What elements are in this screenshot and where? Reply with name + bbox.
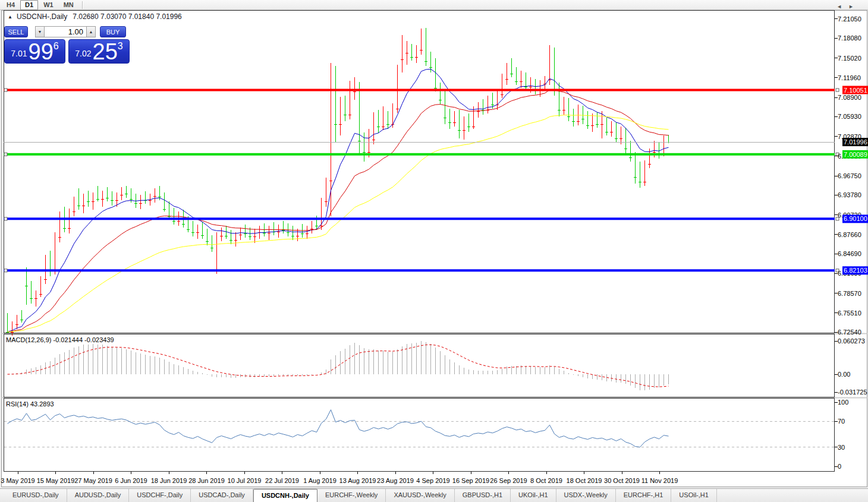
- buy-price-display[interactable]: 7.02 25 3: [68, 39, 130, 64]
- svg-text:27 May 2019: 27 May 2019: [74, 477, 112, 484]
- tab-scroll-right-icon[interactable]: ►: [848, 4, 854, 10]
- volume-stepper: ▼ 1.00 ▲: [35, 26, 96, 37]
- volume-decrease-icon[interactable]: ▼: [35, 26, 45, 37]
- chart-ohlc-values: 7.02680 7.03070 7.01840 7.01996: [73, 12, 182, 21]
- svg-text:13 Aug 2019: 13 Aug 2019: [339, 477, 376, 484]
- sell-button[interactable]: SELL: [4, 26, 28, 37]
- svg-text:6.96750: 6.96750: [838, 172, 861, 179]
- svg-text:0: 0: [838, 463, 841, 470]
- svg-text:7.15020: 7.15020: [838, 55, 861, 62]
- timeframe-d1-button[interactable]: D1: [20, 0, 38, 10]
- svg-text:100: 100: [838, 399, 848, 406]
- collapse-panel-icon[interactable]: ▲: [8, 14, 12, 20]
- svg-text:7.05930: 7.05930: [838, 113, 861, 120]
- svg-text:16 Sep 2019: 16 Sep 2019: [452, 477, 489, 484]
- chart-tab-ukoil-h1[interactable]: UKOil-,H1: [511, 489, 556, 502]
- svg-text:6.75510: 6.75510: [838, 310, 861, 317]
- svg-text:8 Oct 2019: 8 Oct 2019: [530, 477, 562, 484]
- volume-input[interactable]: 1.00: [45, 26, 86, 37]
- svg-text:6.90100: 6.90100: [844, 215, 867, 222]
- chart-tab-eurusd-daily[interactable]: EURUSD-,Daily: [5, 489, 67, 502]
- chart-symbol-title: USDCNH-,Daily: [17, 12, 67, 21]
- toolbar-separator: [82, 1, 83, 9]
- svg-text:22 Jul 2019: 22 Jul 2019: [265, 477, 299, 484]
- svg-text:7.11960: 7.11960: [838, 74, 861, 81]
- volume-increase-icon[interactable]: ▲: [86, 26, 96, 37]
- svg-text:18 Jun 2019: 18 Jun 2019: [151, 477, 187, 484]
- timeframe-w1-button[interactable]: W1: [39, 0, 58, 10]
- buy-button[interactable]: BUY: [100, 26, 126, 37]
- svg-text:6.87660: 6.87660: [838, 231, 861, 238]
- svg-text:30 Oct 2019: 30 Oct 2019: [604, 477, 640, 484]
- svg-text:11 Nov 2019: 11 Nov 2019: [641, 477, 678, 484]
- timeframe-mn-button[interactable]: MN: [59, 0, 78, 10]
- chart-tab-eurchf-weekly[interactable]: EURCHF-,Weekly: [317, 489, 386, 502]
- svg-text:0.00: 0.00: [838, 371, 850, 378]
- svg-text:1 Aug 2019: 1 Aug 2019: [303, 477, 336, 484]
- svg-text:7.01996: 7.01996: [844, 138, 867, 146]
- svg-text:6.93780: 6.93780: [838, 191, 861, 198]
- svg-text:7.21050: 7.21050: [838, 15, 861, 23]
- sell-price-prefix: 7.01: [11, 49, 27, 58]
- buy-price-prefix: 7.02: [75, 49, 91, 58]
- chart-tab-usdx-weekly[interactable]: USDX-,Weekly: [556, 489, 616, 502]
- svg-text:30: 30: [838, 444, 845, 451]
- svg-text:6.78570: 6.78570: [838, 290, 861, 297]
- window-chrome: [2, 11, 867, 487]
- timeframe-toolbar: H4 D1 W1 MN: [0, 0, 868, 10]
- tab-scroll-arrows: ◄ ►: [836, 4, 854, 10]
- buy-price-main: 25: [93, 43, 118, 61]
- svg-text:-0.031725: -0.031725: [838, 389, 867, 396]
- sell-price-display[interactable]: 7.01 99 6: [4, 39, 65, 64]
- svg-text:7.00089: 7.00089: [844, 151, 867, 158]
- sell-price-main: 99: [29, 43, 54, 61]
- svg-text:4 Sep 2019: 4 Sep 2019: [416, 477, 449, 484]
- svg-text:7.18080: 7.18080: [838, 34, 861, 42]
- svg-text:7.08900: 7.08900: [838, 94, 861, 101]
- tab-scroll-left-icon[interactable]: ◄: [836, 4, 842, 10]
- macd-indicator-label: MACD(12,26,9) -0.021444 -0.023439: [6, 336, 114, 343]
- timeframe-h4-button[interactable]: H4: [2, 0, 20, 10]
- chart-tab-eurchf-h1[interactable]: EURCHF-,H1: [616, 489, 672, 502]
- one-click-trading-panel: SELL ▼ 1.00 ▲ BUY 7.01 99 6 7.02 25 3: [4, 26, 131, 64]
- chart-tab-usdcnh-daily[interactable]: USDCNH-,Daily: [253, 489, 317, 502]
- svg-text:0.060273: 0.060273: [838, 337, 865, 345]
- svg-text:70: 70: [838, 418, 845, 425]
- chart-title-bar: ▲ USDCNH-,Daily 7.02680 7.03070 7.01840 …: [8, 12, 182, 21]
- svg-text:3 May 2019: 3 May 2019: [1, 477, 34, 484]
- svg-text:15 May 2019: 15 May 2019: [37, 477, 75, 484]
- chart-tab-gbpusd-h1[interactable]: GBPUSD-,H1: [455, 489, 511, 502]
- svg-text:7.10051: 7.10051: [844, 87, 867, 94]
- svg-text:6.84690: 6.84690: [838, 250, 861, 257]
- buy-price-pip: 3: [118, 41, 123, 52]
- svg-text:10 Jul 2019: 10 Jul 2019: [228, 477, 262, 484]
- sell-price-pip: 6: [54, 41, 59, 52]
- chart-tabbar: EURUSD-,DailyAUDUSD-,DailyUSDCHF-,DailyU…: [0, 488, 868, 502]
- svg-text:6 Jun 2019: 6 Jun 2019: [115, 477, 147, 484]
- svg-text:23 Aug 2019: 23 Aug 2019: [377, 477, 414, 484]
- svg-text:6.72540: 6.72540: [838, 329, 861, 336]
- rsi-indicator-label: RSI(14) 43.2893: [6, 400, 54, 408]
- chart-tab-usdcad-daily[interactable]: USDCAD-,Daily: [191, 489, 253, 502]
- chart-tab-audusd-daily[interactable]: AUDUSD-,Daily: [67, 489, 130, 502]
- svg-text:6.82103: 6.82103: [844, 267, 867, 274]
- chart-tab-usoil-h1[interactable]: USOil-,H1: [671, 489, 717, 502]
- chart-canvas[interactable]: 7.210507.180807.150207.119607.089007.059…: [0, 0, 868, 502]
- chart-tab-usdchf-daily[interactable]: USDCHF-,Daily: [129, 489, 191, 502]
- svg-text:18 Oct 2019: 18 Oct 2019: [567, 477, 602, 484]
- chart-tab-xauusd-weekly[interactable]: XAUUSD-,Weekly: [386, 489, 454, 502]
- svg-text:28 Jun 2019: 28 Jun 2019: [188, 477, 225, 484]
- mt4-window: H4 D1 W1 MN 7.210507.180807.150207.11960…: [0, 0, 868, 502]
- svg-text:26 Sep 2019: 26 Sep 2019: [490, 477, 527, 484]
